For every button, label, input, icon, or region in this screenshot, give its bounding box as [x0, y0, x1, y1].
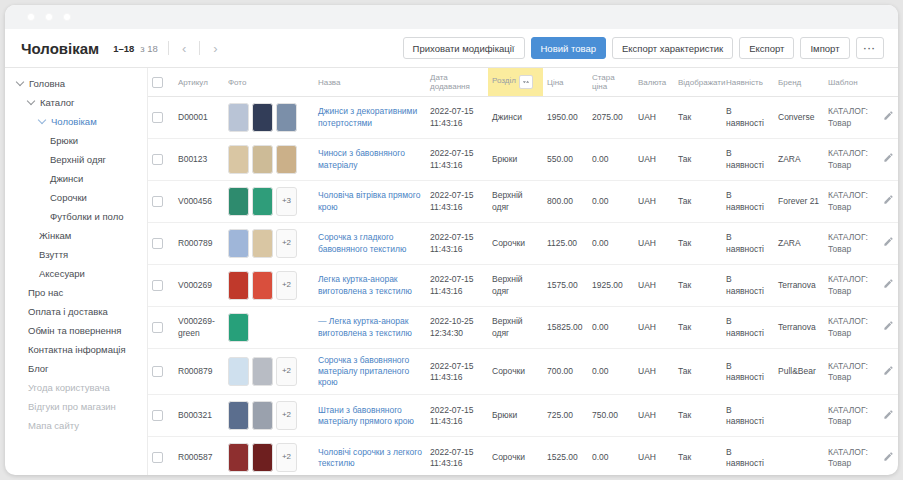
chevron-down-icon[interactable]	[16, 78, 24, 86]
sidebar-item-bryuky[interactable]: Брюки	[5, 131, 147, 150]
chevron-down-icon[interactable]	[38, 116, 46, 124]
photo-more-badge[interactable]: +2	[276, 401, 297, 430]
edit-button[interactable]	[883, 320, 894, 334]
new-product-button[interactable]: Новий товар	[531, 37, 606, 59]
photo-more-badge[interactable]: +2	[276, 357, 297, 386]
column-header-template[interactable]: Шаблон	[824, 68, 880, 97]
export-button[interactable]: Експорт	[739, 37, 794, 59]
product-name-link[interactable]: Чиноси з бавовняного матеріалу	[318, 148, 405, 169]
edit-button[interactable]	[883, 451, 894, 465]
photo-more-badge[interactable]: +3	[276, 187, 297, 216]
sidebar-item-katalog[interactable]: Каталог	[5, 93, 147, 112]
sort-icon[interactable]	[519, 75, 533, 89]
product-name-link[interactable]: Джинси з декоративними потертостями	[318, 106, 417, 127]
photo-more-badge[interactable]: +2	[276, 443, 297, 472]
photo-thumb[interactable]	[228, 229, 249, 258]
row-checkbox[interactable]	[152, 196, 163, 207]
column-header-section[interactable]: Розділ	[488, 68, 543, 97]
select-all-checkbox[interactable]	[152, 77, 163, 88]
sidebar-item-futbolky-i-polo[interactable]: Футболки и поло	[5, 207, 147, 226]
product-name-link[interactable]: Легка куртка-анорак виготовлена з тексти…	[318, 274, 412, 295]
row-checkbox[interactable]	[152, 410, 163, 421]
photo-thumb[interactable]	[252, 229, 273, 258]
column-header-price[interactable]: Ціна	[543, 68, 588, 97]
sidebar-item-dzhynsy[interactable]: Джинси	[5, 169, 147, 188]
column-header-name[interactable]: Назва	[314, 68, 426, 97]
sidebar-item-oplata-i-dostavka[interactable]: Оплата і доставка	[5, 302, 147, 321]
product-name-link[interactable]: Сорочка з гладкого бавовняного текстилю	[318, 232, 406, 253]
product-name-link[interactable]: Штани з бавовняного матеріалу прямого кр…	[318, 405, 414, 426]
sidebar-item-cholovikam[interactable]: Чоловікам	[5, 112, 147, 131]
row-checkbox[interactable]	[152, 452, 163, 463]
column-header-brand[interactable]: Бренд	[774, 68, 824, 97]
photo-thumb[interactable]	[228, 357, 249, 386]
row-checkbox[interactable]	[152, 238, 163, 249]
product-name-link[interactable]: Чоловічі сорочки з легкого текстилю	[318, 447, 422, 468]
photo-thumb[interactable]	[228, 187, 249, 216]
photo-thumb[interactable]	[252, 271, 273, 300]
column-header-currency[interactable]: Валюта	[634, 68, 674, 97]
photo-thumb[interactable]	[228, 271, 249, 300]
edit-button[interactable]	[883, 278, 894, 292]
photo-more-badge[interactable]: +2	[276, 271, 297, 300]
window-dot-1-icon[interactable]	[27, 13, 35, 21]
edit-button[interactable]	[883, 365, 894, 379]
chevron-down-icon[interactable]	[27, 97, 35, 105]
sidebar-item-vzuttya[interactable]: Взуття	[5, 245, 147, 264]
column-header-old_price[interactable]: Стара ціна	[588, 68, 634, 97]
photo-thumb[interactable]	[276, 145, 297, 174]
row-checkbox[interactable]	[152, 154, 163, 165]
window-dot-2-icon[interactable]	[45, 13, 53, 21]
pagination-prev-button[interactable]: ‹	[179, 42, 189, 55]
sidebar-item-obmin-ta-povernennya[interactable]: Обмін та повернення	[5, 321, 147, 340]
product-name-link[interactable]: Чоловіча вітрівка прямого крою	[318, 190, 420, 211]
edit-button[interactable]	[883, 110, 894, 124]
sidebar-item-sorochky[interactable]: Сорочки	[5, 188, 147, 207]
export-characteristics-button[interactable]: Експорт характеристик	[612, 37, 733, 59]
photo-thumb[interactable]	[252, 401, 273, 430]
photo-thumb[interactable]	[276, 103, 297, 132]
photo-thumb[interactable]	[252, 443, 273, 472]
photo-thumb[interactable]	[252, 357, 273, 386]
row-checkbox[interactable]	[152, 366, 163, 377]
sidebar-item-aksesuary[interactable]: Аксесуари	[5, 264, 147, 283]
photo-thumb[interactable]	[228, 401, 249, 430]
sidebar-item-verkhniy-odyag[interactable]: Верхній одяг	[5, 150, 147, 169]
column-header-display[interactable]: Відображати	[674, 68, 722, 97]
more-actions-button[interactable]: ···	[856, 37, 885, 59]
edit-button[interactable]	[883, 409, 894, 423]
sidebar-item-pro-nas[interactable]: Про нас	[5, 283, 147, 302]
row-checkbox[interactable]	[152, 112, 163, 123]
column-header-article[interactable]: Артикул	[174, 68, 224, 97]
photo-thumb[interactable]	[228, 103, 249, 132]
import-button[interactable]: Імпорт	[800, 37, 849, 59]
row-checkbox[interactable]	[152, 322, 163, 333]
row-checkbox[interactable]	[152, 280, 163, 291]
photo-thumb[interactable]	[252, 187, 273, 216]
sidebar-item-kontaktna-informatsiya[interactable]: Контактна інформація	[5, 340, 147, 359]
window-dot-3-icon[interactable]	[63, 13, 71, 21]
column-header-availability[interactable]: Наявність	[722, 68, 774, 97]
product-name-link[interactable]: — Легка куртка-анорак виготовлена з текс…	[318, 316, 412, 337]
photo-more-badge[interactable]: +2	[276, 229, 297, 258]
column-header-photo[interactable]: Фото	[224, 68, 314, 97]
column-header-date[interactable]: Дата додавання	[426, 68, 488, 97]
sidebar-item-blog[interactable]: Блог	[5, 359, 147, 378]
photo-thumb[interactable]	[228, 443, 249, 472]
product-name-link[interactable]: Сорочка з бавовняного матеріалу притален…	[318, 355, 409, 387]
edit-button[interactable]	[883, 236, 894, 250]
edit-button[interactable]	[883, 194, 894, 208]
photo-thumb[interactable]	[252, 145, 273, 174]
products-table: АртикулФотоНазваДата додаванняРозділЦіна…	[148, 68, 898, 475]
photo-thumb[interactable]	[228, 145, 249, 174]
sidebar-item-ugoda-korystuvacha[interactable]: Угода користувача	[5, 378, 147, 397]
sidebar-item-golovna[interactable]: Головна	[5, 74, 147, 93]
sidebar-item-zhinkam[interactable]: Жінкам	[5, 226, 147, 245]
pagination-next-button[interactable]: ›	[210, 42, 220, 55]
photo-thumb[interactable]	[252, 103, 273, 132]
hide-modifications-button[interactable]: Приховати модифікації	[403, 37, 525, 59]
sidebar-item-mapa-saytu[interactable]: Мапа сайту	[5, 416, 147, 435]
sidebar-item-vidguky-pro-magazyn[interactable]: Відгуки про магазин	[5, 397, 147, 416]
photo-thumb[interactable]	[228, 313, 249, 342]
edit-button[interactable]	[883, 152, 894, 166]
